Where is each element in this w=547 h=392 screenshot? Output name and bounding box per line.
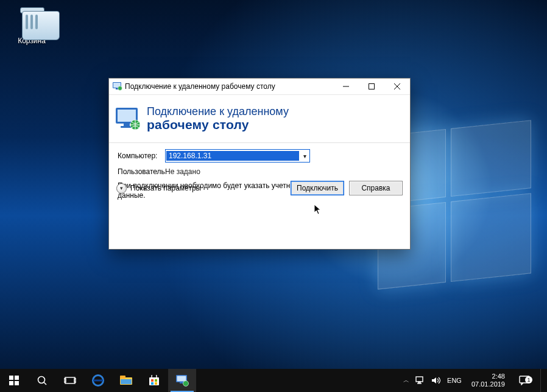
system-tray: ︿ ENG 2:48 07.01.2019 xyxy=(398,369,547,392)
dialog-heading-line2: рабочему столу xyxy=(147,117,289,132)
svg-rect-19 xyxy=(65,377,75,383)
svg-rect-32 xyxy=(177,376,186,382)
svg-rect-35 xyxy=(416,377,423,382)
titlebar[interactable]: Подключение к удаленному рабочему столу xyxy=(109,79,410,95)
svg-rect-5 xyxy=(369,84,375,89)
taskbar-app-rdp[interactable] xyxy=(168,369,196,392)
svg-rect-26 xyxy=(149,377,159,385)
rdp-banner-icon xyxy=(109,107,147,131)
svg-rect-27 xyxy=(151,379,154,382)
taskbar: ︿ ENG 2:48 07.01.2019 xyxy=(0,369,547,392)
minimize-button[interactable] xyxy=(333,79,359,94)
svg-rect-13 xyxy=(9,376,13,380)
svg-rect-14 xyxy=(15,376,19,380)
chevron-down-icon: ▾ xyxy=(116,183,127,194)
svg-rect-28 xyxy=(155,379,157,382)
expander-label: Показать параметры xyxy=(130,184,201,192)
taskbar-app-explorer[interactable] xyxy=(112,369,140,392)
rdp-app-icon xyxy=(111,82,124,91)
svg-rect-24 xyxy=(120,376,125,379)
tray-date: 07.01.2019 xyxy=(471,380,505,388)
svg-point-34 xyxy=(183,381,189,387)
start-button[interactable] xyxy=(0,369,28,392)
connect-button[interactable]: Подключить xyxy=(291,181,344,195)
svg-rect-33 xyxy=(180,382,183,383)
tray-chevron-up-icon[interactable]: ︿ xyxy=(403,376,409,385)
network-icon[interactable] xyxy=(415,376,425,385)
computer-combobox[interactable]: 192.168.1.31 ▾ xyxy=(165,149,310,163)
svg-point-17 xyxy=(38,377,45,383)
svg-rect-16 xyxy=(15,381,19,385)
action-center-button[interactable]: 1 xyxy=(515,376,534,385)
user-value: Не задано xyxy=(165,167,200,176)
window-title: Подключение к удаленному рабочему столу xyxy=(124,82,333,91)
help-button[interactable]: Справка xyxy=(349,181,403,195)
svg-point-3 xyxy=(118,86,122,91)
computer-value: 192.168.1.31 xyxy=(166,151,299,161)
svg-rect-29 xyxy=(151,382,154,385)
label-user: Пользователь: xyxy=(118,167,165,176)
search-button[interactable] xyxy=(28,369,56,392)
svg-rect-10 xyxy=(124,124,130,126)
chevron-down-icon[interactable]: ▾ xyxy=(300,153,309,159)
volume-icon[interactable] xyxy=(431,376,441,385)
dialog-banner: Подключение к удаленному рабочему столу xyxy=(109,95,410,143)
recycle-bin-icon xyxy=(19,6,44,34)
svg-rect-9 xyxy=(118,110,136,122)
language-indicator[interactable]: ENG xyxy=(447,377,462,384)
maximize-button[interactable] xyxy=(359,79,384,94)
desktop-icon-recycle-bin[interactable]: Корзина xyxy=(10,6,54,45)
mouse-cursor-icon xyxy=(314,204,322,217)
close-button[interactable] xyxy=(384,79,410,94)
rdp-window: Подключение к удаленному рабочему столу xyxy=(108,78,411,250)
svg-rect-25 xyxy=(121,379,132,384)
taskbar-app-store[interactable] xyxy=(140,369,168,392)
svg-rect-15 xyxy=(9,381,13,385)
svg-rect-36 xyxy=(418,382,420,383)
svg-rect-30 xyxy=(155,382,157,385)
show-desktop-button[interactable] xyxy=(540,369,545,392)
notification-badge: 1 xyxy=(525,376,532,383)
label-computer: Компьютер: xyxy=(118,152,165,160)
task-view-button[interactable] xyxy=(56,369,84,392)
clock[interactable]: 2:48 07.01.2019 xyxy=(468,373,509,388)
tray-time: 2:48 xyxy=(471,373,505,380)
show-options-expander[interactable]: ▾ Показать параметры xyxy=(116,183,201,194)
dialog-heading-line1: Подключение к удаленному xyxy=(147,105,289,118)
taskbar-app-edge[interactable] xyxy=(84,369,112,392)
svg-line-18 xyxy=(44,382,46,385)
desktop[interactable]: Корзина Подключение к удаленному рабочем… xyxy=(0,0,547,392)
